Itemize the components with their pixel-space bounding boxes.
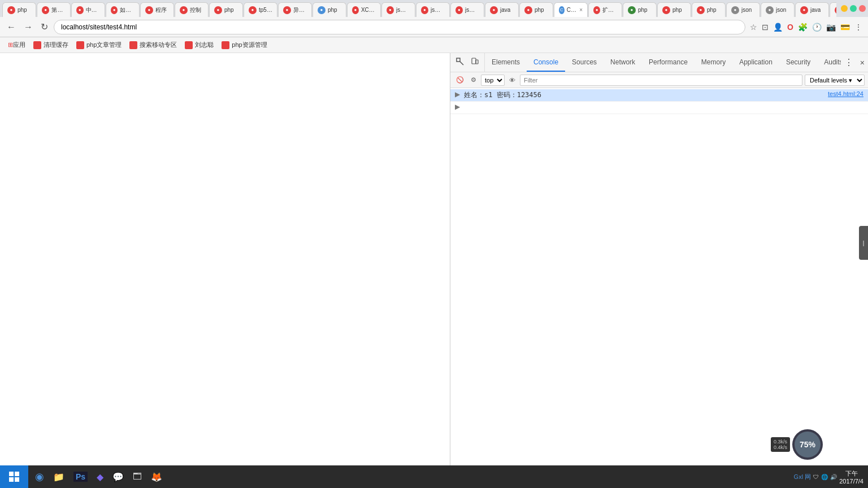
tab-label-19: php	[638, 7, 648, 13]
tab-9[interactable]: ● 异…	[278, 2, 312, 17]
screenshot-button[interactable]: 📷	[825, 21, 837, 33]
bookmark-clear-cache[interactable]: 清理缓存	[30, 40, 72, 50]
log-expand-arrow[interactable]: ▶	[455, 90, 462, 98]
tab-elements[interactable]: Elements	[485, 53, 527, 72]
photoshop-icon: Ps	[73, 472, 88, 482]
tab-3[interactable]: ● 中文 3	[71, 2, 105, 17]
maximize-button[interactable]	[850, 5, 857, 12]
tab-19[interactable]: ● php	[623, 2, 657, 17]
tab-favicon-1: ●	[7, 6, 15, 14]
refresh-button[interactable]: ↻	[38, 20, 50, 33]
apps-icon: ⊞	[8, 41, 13, 49]
taskbar-item-chrome[interactable]: ◉	[31, 467, 49, 487]
log-arrow-2[interactable]: ▶	[455, 103, 462, 111]
main-area: Elements Console Sources Network Perform…	[0, 53, 868, 468]
tab-15[interactable]: ● java	[485, 2, 519, 17]
bookmark-user[interactable]: 刘志聪	[181, 40, 217, 50]
settings-button[interactable]: ⋮	[853, 21, 863, 33]
devtools-more-button[interactable]: ⋮	[841, 57, 857, 68]
taskbar-item-explorer[interactable]: 📁	[49, 467, 69, 487]
tab-18[interactable]: ● 扩展…	[588, 2, 622, 17]
bookmark-apps[interactable]: ⊞ 应用	[5, 40, 29, 50]
console-context-select[interactable]: top	[481, 75, 505, 86]
tab-label-11: XCE…	[361, 7, 376, 13]
tab-21[interactable]: ● php	[692, 2, 726, 17]
svg-rect-0	[457, 58, 460, 62]
taskbar-item-firefox[interactable]: 🦊	[146, 467, 167, 487]
bookmark-php-resources[interactable]: php资源管理	[218, 40, 270, 50]
tab-label-4: 如何…	[120, 6, 134, 14]
opera-button[interactable]: O	[786, 21, 795, 33]
console-filter-input[interactable]	[520, 75, 802, 86]
tab-7[interactable]: ● php	[209, 2, 243, 17]
console-eye-button[interactable]: 👁	[507, 76, 518, 85]
wallet-button[interactable]: 💳	[839, 21, 851, 33]
tab-performance[interactable]: Performance	[642, 53, 695, 72]
extensions-button[interactable]: 🧩	[797, 21, 809, 33]
tab-audits[interactable]: Audits	[817, 53, 841, 72]
forward-button[interactable]: →	[21, 21, 35, 33]
tab-24[interactable]: ● java	[795, 2, 829, 17]
tab-label-1: php	[18, 7, 27, 13]
console-settings-button[interactable]: ⚙	[468, 75, 479, 85]
reader-mode-button[interactable]: ⊡	[761, 21, 770, 33]
taskbar-item-misc[interactable]: 🗔	[128, 467, 146, 487]
tab-console[interactable]: Console	[527, 53, 565, 72]
tab-8[interactable]: ● tp5…	[244, 2, 277, 17]
tab-12[interactable]: ● js射…	[381, 2, 415, 17]
back-button[interactable]: ←	[5, 21, 18, 33]
tab-10[interactable]: ● php	[313, 2, 346, 17]
tab-14[interactable]: ● js射…	[450, 2, 484, 17]
tray-time: 下午 2017/7/4	[839, 469, 863, 485]
tab-label-15: java	[500, 7, 510, 13]
taskbar-item-photoshop[interactable]: Ps	[69, 467, 92, 487]
tab-favicon-25: ●	[835, 6, 836, 14]
perf-circle-inner: 75%	[795, 432, 821, 457]
tab-22[interactable]: ● json	[726, 2, 760, 17]
taskbar-item-wechat[interactable]: 💬	[108, 467, 128, 487]
bookmark-php-articles[interactable]: php文章管理	[73, 40, 125, 50]
tab-6[interactable]: ● 控制	[175, 2, 209, 17]
tab-favicon-24: ●	[800, 6, 808, 14]
tab-application[interactable]: Application	[732, 53, 779, 72]
devtools-device-button[interactable]	[468, 56, 481, 68]
address-bar[interactable]	[54, 20, 745, 34]
start-button[interactable]	[0, 465, 28, 488]
tray-gxl[interactable]: Gxl 网	[794, 473, 811, 481]
minimize-button[interactable]	[841, 5, 848, 12]
tab-close-17[interactable]: ×	[579, 7, 583, 13]
tab-security[interactable]: Security	[779, 53, 817, 72]
tab-5[interactable]: ● 程序	[140, 2, 174, 17]
tab-4[interactable]: ● 如何…	[106, 2, 140, 17]
tab-network[interactable]: Network	[604, 53, 642, 72]
tab-16[interactable]: ● php	[519, 2, 553, 17]
tab-label-14: js射…	[465, 6, 479, 14]
log-source-1[interactable]: test4.html:24	[822, 90, 863, 97]
taskbar-item-vs[interactable]: ◆	[92, 467, 108, 487]
tab-2[interactable]: ● 第1…	[37, 2, 71, 17]
tab-20[interactable]: ● php	[657, 2, 691, 17]
svg-line-1	[460, 62, 463, 65]
history-button[interactable]: 🕐	[811, 21, 823, 33]
profile-button[interactable]: 👤	[772, 21, 784, 33]
tray-antivirus[interactable]: 🛡	[813, 474, 819, 480]
tab-1[interactable]: ● php	[2, 2, 36, 17]
window-close-button[interactable]	[859, 5, 866, 12]
devtools-close-button[interactable]: ×	[857, 58, 868, 67]
bookmark-search-mobile[interactable]: 搜索移动专区	[126, 40, 180, 50]
tab-17[interactable]: C C D X ×	[554, 2, 588, 17]
tab-25[interactable]: ● http	[830, 2, 836, 17]
taskbar-tray: Gxl 网 🛡 🌐 🔊 下午 2017/7/4	[789, 469, 868, 485]
tray-network[interactable]: 🌐	[821, 474, 828, 480]
tab-13[interactable]: ● js射…	[416, 2, 450, 17]
bookmark-star-button[interactable]: ☆	[749, 21, 758, 33]
console-levels-select[interactable]: Default levels ▾	[805, 75, 865, 86]
console-clear-button[interactable]: 🚫	[454, 75, 466, 85]
tab-11[interactable]: ● XCE…	[347, 2, 381, 17]
tab-sources[interactable]: Sources	[565, 53, 604, 72]
tab-memory[interactable]: Memory	[695, 53, 732, 72]
tab-23[interactable]: ● json	[761, 2, 795, 17]
devtools-inspect-button[interactable]	[454, 56, 466, 68]
side-handle[interactable]: |	[859, 226, 868, 260]
tray-sound[interactable]: 🔊	[830, 474, 837, 480]
